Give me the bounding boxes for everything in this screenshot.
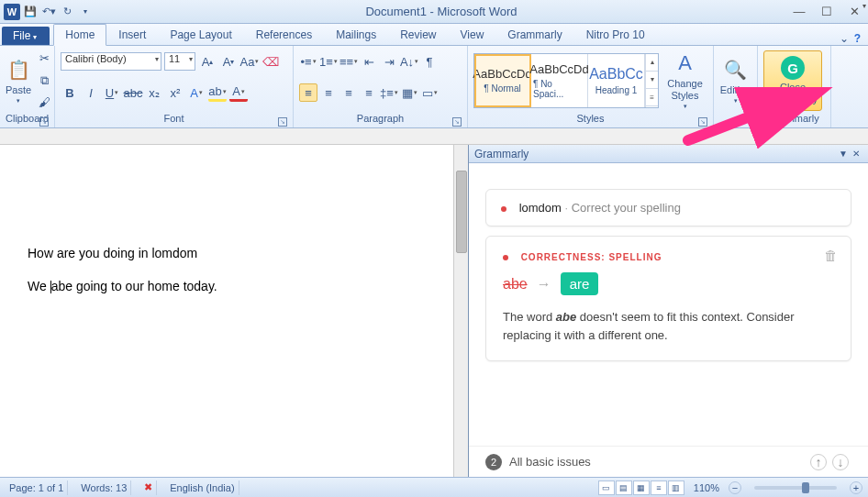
minimize-ribbon-icon[interactable]: ⌄	[840, 32, 849, 45]
tab-home[interactable]: Home	[53, 24, 106, 46]
status-page[interactable]: Page: 1 of 1	[6, 480, 68, 495]
view-full-screen-icon[interactable]: ▤	[616, 480, 632, 495]
view-draft-icon[interactable]: ▥	[668, 480, 684, 495]
bullets-icon[interactable]: •≡	[299, 52, 317, 71]
document-page[interactable]: How are you doing in lomdom We abe going…	[0, 145, 453, 477]
dismiss-suggestion-icon[interactable]: 🗑	[824, 248, 838, 263]
paragraph-dialog-launcher[interactable]: ↘	[452, 117, 462, 127]
status-proofing[interactable]: ✖	[140, 480, 157, 495]
tab-grammarly[interactable]: Grammarly	[495, 24, 573, 45]
status-language[interactable]: English (India)	[166, 480, 239, 495]
close-grammarly-button[interactable]: G Close Grammarly	[763, 50, 822, 111]
tab-insert[interactable]: Insert	[106, 24, 158, 45]
suggestion-card-expanded[interactable]: CORRECTNESS: SPELLING 🗑 abe → are The wo…	[485, 236, 851, 361]
zoom-slider[interactable]	[754, 486, 837, 490]
zoom-percent[interactable]: 110%	[694, 482, 719, 493]
tab-view[interactable]: View	[449, 24, 496, 45]
borders-icon[interactable]: ▭	[420, 83, 439, 102]
bold-icon[interactable]: B	[61, 83, 79, 102]
underline-icon[interactable]: U	[103, 83, 121, 102]
footer-text: All basic issues	[509, 455, 591, 469]
shading-icon[interactable]: ▦	[400, 83, 418, 102]
align-left-icon[interactable]: ≡	[299, 83, 317, 102]
prev-issue-icon[interactable]: ↑	[810, 454, 827, 470]
doc-line-1[interactable]: How are you doing in lomdom	[28, 246, 426, 260]
word-logo-icon[interactable]: W	[4, 4, 20, 20]
format-painter-icon[interactable]: 🖌	[35, 94, 53, 112]
suggestion-card-collapsed[interactable]: lomdom · Correct your spelling	[485, 189, 851, 226]
qat-customize-icon[interactable]: ▾	[77, 4, 94, 20]
correct-word-button[interactable]: are	[561, 272, 599, 295]
issue-count-badge[interactable]: 2	[485, 454, 502, 470]
align-right-icon[interactable]: ≡	[339, 83, 358, 102]
style-preview: AaBbCcDd	[473, 67, 531, 81]
tab-file[interactable]: File	[2, 27, 50, 45]
tab-review[interactable]: Review	[388, 24, 448, 45]
decrease-indent-icon[interactable]: ⇤	[360, 52, 378, 71]
show-marks-icon[interactable]: ¶	[420, 52, 439, 71]
style-normal[interactable]: AaBbCcDd ¶ Normal	[474, 54, 531, 107]
tab-nitro[interactable]: Nitro Pro 10	[574, 24, 657, 45]
save-icon[interactable]: 💾	[22, 4, 39, 20]
strikethrough-icon[interactable]: abc	[124, 83, 142, 102]
scrollbar-thumb[interactable]	[456, 171, 467, 253]
styles-group-label: Styles	[577, 113, 605, 124]
copy-icon[interactable]: ⧉	[35, 72, 53, 90]
line-spacing-icon[interactable]: ‡≡	[380, 83, 398, 102]
grammarly-pane-header[interactable]: Grammarly ▼ ✕	[469, 145, 868, 163]
tab-references[interactable]: References	[244, 24, 324, 45]
pane-dropdown-icon[interactable]: ▼	[837, 149, 850, 159]
ruler[interactable]	[0, 128, 868, 145]
redo-icon[interactable]: ↻	[59, 4, 75, 20]
styles-gallery-more[interactable]: ▴▾≡	[645, 54, 658, 107]
help-icon[interactable]: ?	[854, 32, 861, 45]
pane-close-icon[interactable]: ✕	[850, 149, 862, 159]
highlight-icon[interactable]: ab	[208, 83, 227, 102]
increase-indent-icon[interactable]: ⇥	[380, 52, 398, 71]
zoom-slider-thumb[interactable]	[802, 482, 809, 493]
zoom-in-icon[interactable]: +	[850, 481, 862, 494]
clear-formatting-icon[interactable]: ⌫	[262, 52, 280, 71]
view-print-layout-icon[interactable]: ▭	[598, 480, 615, 495]
view-outline-icon[interactable]: ≡	[651, 480, 667, 495]
font-color-icon[interactable]: A	[229, 83, 248, 102]
editing-button[interactable]: 🔍 Editing ▾	[719, 50, 751, 111]
paste-button[interactable]: 📋 Paste ▾	[6, 50, 31, 111]
status-words[interactable]: Words: 13	[77, 480, 131, 495]
maximize-button[interactable]: ☐	[813, 2, 840, 22]
document-pane[interactable]: How are you doing in lomdom We abe going…	[0, 145, 468, 477]
justify-icon[interactable]: ≡	[360, 83, 378, 102]
text-effects-icon[interactable]: A	[187, 83, 206, 102]
doc-line-2[interactable]: We abe going to our home today.	[28, 279, 426, 293]
italic-icon[interactable]: I	[82, 83, 100, 102]
change-case-icon[interactable]: Aa	[240, 52, 259, 71]
numbering-icon[interactable]: 1≡	[319, 52, 338, 71]
superscript-icon[interactable]: x²	[166, 83, 184, 102]
font-dialog-launcher[interactable]: ↘	[278, 117, 287, 127]
vertical-scrollbar[interactable]	[453, 145, 468, 477]
undo-icon[interactable]: ↶▾	[40, 4, 57, 20]
tab-mailings[interactable]: Mailings	[324, 24, 388, 45]
grow-font-icon[interactable]: A▴	[198, 52, 217, 71]
style-preview: AaBbCcDd	[529, 62, 588, 76]
styles-dialog-launcher[interactable]: ↘	[698, 117, 707, 127]
font-name-selector[interactable]: Calibri (Body)	[61, 52, 161, 71]
style-heading1[interactable]: AaBbCc Heading 1	[588, 54, 645, 107]
zoom-out-icon[interactable]: −	[729, 481, 741, 494]
change-styles-icon: A	[673, 50, 698, 76]
clipboard-dialog-launcher[interactable]: ↘	[39, 117, 49, 127]
sort-icon[interactable]: A↓	[400, 52, 418, 71]
style-no-spacing[interactable]: AaBbCcDd ¶ No Spaci...	[531, 54, 588, 107]
next-issue-icon[interactable]: ↓	[832, 454, 849, 470]
view-web-layout-icon[interactable]: ▦	[633, 480, 650, 495]
font-size-selector[interactable]: 11	[164, 52, 195, 71]
shrink-font-icon[interactable]: A▾	[219, 52, 238, 71]
tab-page-layout[interactable]: Page Layout	[158, 24, 243, 45]
multilevel-list-icon[interactable]: ≡≡	[339, 52, 358, 71]
align-center-icon[interactable]: ≡	[319, 83, 338, 102]
subscript-icon[interactable]: x₂	[145, 83, 163, 102]
cut-icon[interactable]: ✂	[35, 50, 53, 68]
change-styles-button[interactable]: A Change Styles ▾	[662, 50, 707, 111]
minimize-button[interactable]: —	[785, 2, 813, 22]
grammarly-suggestions: lomdom · Correct your spelling CORRECTNE…	[469, 163, 868, 446]
